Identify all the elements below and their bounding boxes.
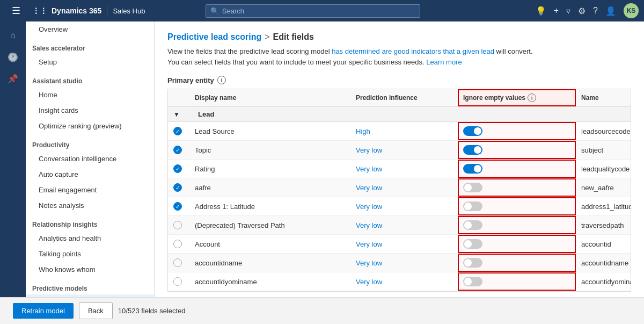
row-checkbox-cell[interactable] [168, 160, 189, 178]
row-name: subject [576, 141, 631, 159]
row-name: traversedpath [576, 216, 631, 234]
sidebar-item-auto-capture[interactable]: Auto capture [26, 167, 154, 182]
ignore-empty-toggle[interactable] [463, 164, 482, 174]
footer-bar: Retrain model Back 10/523 fields selecte… [0, 297, 644, 324]
row-influence[interactable]: Very low [350, 272, 458, 291]
row-ignore-empty[interactable] [458, 254, 576, 272]
header-prediction-influence: Prediction influence [350, 89, 458, 106]
ignore-empty-toggle[interactable] [463, 183, 482, 192]
row-checkbox[interactable] [173, 202, 182, 211]
row-name: accountidyominame [576, 272, 631, 291]
row-influence[interactable]: Very low [350, 178, 458, 197]
row-name: leadsourcecode [576, 122, 631, 140]
row-checkbox-cell[interactable] [168, 254, 189, 272]
lead-group-caret: ▼ [173, 111, 195, 118]
search-input[interactable] [222, 7, 415, 15]
filter-icon[interactable]: ▿ [566, 6, 570, 16]
lightbulb-icon[interactable]: 💡 [536, 6, 546, 16]
help-icon[interactable]: ? [593, 6, 598, 16]
sidebar-item-optimize-ranking[interactable]: Optimize ranking (preview) [26, 118, 154, 134]
row-influence[interactable]: Very low [350, 141, 458, 159]
row-checkbox[interactable] [173, 146, 182, 154]
ignore-empty-toggle[interactable] [463, 277, 482, 286]
avatar[interactable]: KS [624, 3, 639, 18]
sidebar-item-talking-points[interactable]: Talking points [26, 246, 154, 262]
row-checkbox-cell[interactable] [168, 216, 189, 234]
people-icon[interactable]: 👤 [605, 6, 616, 16]
sidebar-item-overview[interactable]: Overview [26, 21, 154, 37]
row-name: accountid [576, 235, 631, 253]
back-button[interactable]: Back [79, 303, 113, 319]
row-checkbox-cell[interactable] [168, 235, 189, 253]
sidebar-item-conversation-intelligence[interactable]: Conversation intelligence [26, 151, 154, 167]
row-checkbox[interactable] [173, 240, 182, 248]
sidebar-item-setup[interactable]: Setup [26, 54, 154, 70]
row-checkbox[interactable] [173, 183, 182, 192]
row-ignore-empty[interactable] [458, 178, 576, 197]
row-checkbox[interactable] [173, 258, 182, 267]
productivity-group: Productivity [26, 134, 154, 151]
row-influence[interactable]: High [350, 122, 458, 140]
ignore-empty-toggle[interactable] [463, 258, 482, 268]
row-influence[interactable]: Very low [350, 216, 458, 234]
description-link1[interactable]: has determined are good indicators that … [332, 47, 494, 55]
search-bar[interactable]: 🔍 [206, 4, 420, 18]
row-influence[interactable]: Very low [350, 197, 458, 215]
row-checkbox-cell[interactable] [168, 178, 189, 197]
learn-more-link[interactable]: Learn more [426, 58, 462, 66]
row-checkbox[interactable] [173, 164, 182, 173]
row-influence[interactable]: Very low [350, 235, 458, 253]
breadcrumb-separator: > [265, 32, 269, 42]
row-checkbox[interactable] [173, 277, 182, 286]
sidebar-item-who-knows-whom[interactable]: Who knows whom [26, 262, 154, 277]
ignore-empty-toggle[interactable] [463, 201, 482, 211]
sidebar-item-home[interactable]: Home [26, 87, 154, 103]
table-row: Address 1: Latitude Very low address1_la… [168, 197, 631, 216]
row-ignore-empty[interactable] [458, 235, 576, 253]
row-ignore-empty[interactable] [458, 141, 576, 159]
sidebar-item-insight-cards[interactable]: Insight cards [26, 103, 154, 118]
row-checkbox-cell[interactable] [168, 197, 189, 215]
overview-label: Overview [39, 25, 68, 33]
primary-entity-info-icon[interactable]: i [217, 76, 226, 84]
row-ignore-empty[interactable] [458, 216, 576, 234]
row-display-name: aafre [189, 178, 350, 197]
dots-icon: ⋮⋮ [32, 6, 47, 15]
row-ignore-empty[interactable] [458, 122, 576, 140]
sales-accelerator-group: Sales accelerator [26, 37, 154, 54]
row-checkbox-cell[interactable] [168, 141, 189, 159]
sidebar-left: ⌂ 🕐 📌 [0, 21, 26, 324]
ignore-empty-toggle[interactable] [463, 145, 482, 155]
lead-group-row[interactable]: ▼ Lead [168, 107, 631, 122]
row-ignore-empty[interactable] [458, 272, 576, 291]
pinned-nav-icon[interactable]: 📌 [2, 69, 24, 88]
ignore-empty-toggle[interactable] [463, 126, 482, 136]
ignore-empty-toggle[interactable] [463, 220, 482, 230]
sidebar-item-analytics-health[interactable]: Analytics and health [26, 231, 154, 246]
settings-icon[interactable]: ⚙ [578, 6, 586, 16]
row-checkbox[interactable] [173, 127, 182, 135]
plus-icon[interactable]: + [554, 6, 559, 16]
row-checkbox-cell[interactable] [168, 122, 189, 140]
page-description: View the fields that the predictive lead… [167, 46, 543, 67]
row-influence[interactable]: Very low [350, 254, 458, 272]
sidebar-item-email-engagement[interactable]: Email engagement [26, 182, 154, 198]
ignore-empty-toggle[interactable] [463, 239, 482, 249]
row-display-name: Lead Source [189, 122, 350, 140]
row-ignore-empty[interactable] [458, 197, 576, 215]
sidebar-item-notes-analysis[interactable]: Notes analysis [26, 198, 154, 213]
relationship-insights-group: Relationship insights [26, 213, 154, 231]
hamburger-icon[interactable]: ☰ [5, 1, 27, 20]
row-display-name: accountidname [189, 254, 350, 272]
row-influence[interactable]: Very low [350, 160, 458, 178]
breadcrumb-parent[interactable]: Predictive lead scoring [167, 32, 261, 42]
row-checkbox-cell[interactable] [168, 272, 189, 291]
row-checkbox[interactable] [173, 221, 182, 229]
home-nav-icon[interactable]: ⌂ [2, 26, 24, 45]
recent-nav-icon[interactable]: 🕐 [2, 47, 24, 67]
retrain-model-button[interactable]: Retrain model [13, 303, 74, 319]
header-name: Name [576, 89, 631, 106]
ignore-empty-info-icon[interactable]: i [528, 93, 536, 102]
row-ignore-empty[interactable] [458, 160, 576, 178]
breadcrumb-current: Edit fields [273, 32, 314, 42]
